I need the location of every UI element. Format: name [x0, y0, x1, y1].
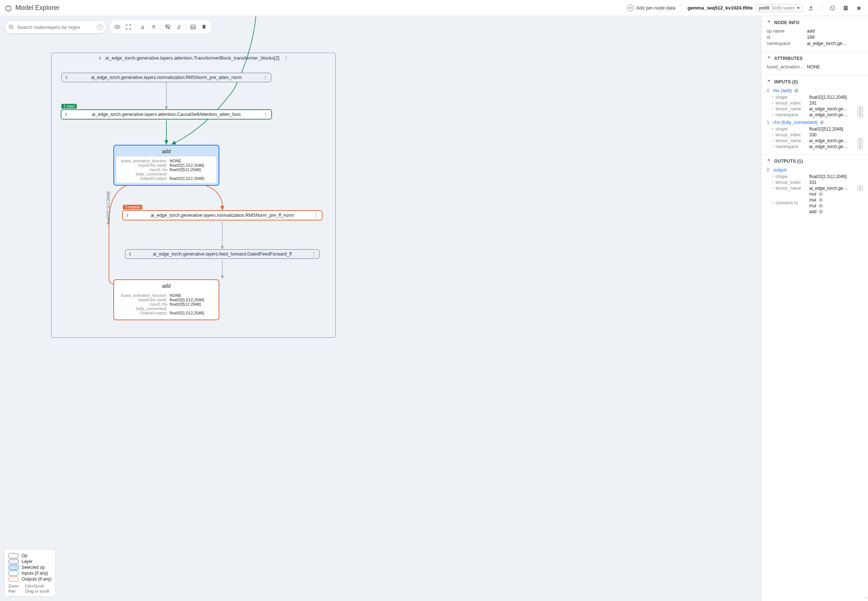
- image-button[interactable]: [188, 21, 198, 32]
- section-attributes[interactable]: ⌃ATTRIBUTES: [767, 56, 863, 61]
- expand-icon[interactable]: ⇕: [65, 75, 68, 80]
- output-link[interactable]: output: [773, 167, 786, 172]
- svg-point-7: [857, 6, 860, 10]
- bookmark-icon: [201, 24, 207, 31]
- locate-icon[interactable]: [820, 120, 824, 125]
- legend-swatch: [8, 553, 19, 558]
- plus-circle-icon: +: [627, 5, 634, 11]
- topbar: Model Explorer + Add per-node data gemma…: [0, 0, 868, 16]
- add-per-node-data-button[interactable]: + Add per-node data: [627, 5, 675, 11]
- sort-icon: ⇵: [177, 24, 181, 30]
- section-inputs[interactable]: ⌃INPUTS (2): [767, 79, 863, 85]
- legend-label: Outputs (if any): [21, 577, 52, 582]
- notes-button[interactable]: [841, 3, 850, 13]
- edge-label: float32[1,512,2048]: [106, 192, 110, 224]
- chevron-up-icon: ⌃: [767, 56, 771, 61]
- collapse-all-icon: ⇈: [152, 24, 156, 30]
- selected-node-add[interactable]: add fused_activation_function:NONEInput0…: [113, 145, 220, 186]
- side-panel: ⌃NODE INFO op nameaddid168namespaceai_ed…: [761, 16, 868, 601]
- graph-canvas[interactable]: ? ⇊ ⇈ ⇵: [0, 16, 761, 601]
- app-title: Model Explorer: [15, 4, 59, 12]
- legend-label: Selected op: [21, 565, 44, 570]
- legend-label: Layer: [21, 559, 32, 564]
- visibility-button[interactable]: [112, 21, 123, 32]
- expand-chip[interactable]: ⇕: [858, 144, 863, 149]
- more-icon[interactable]: ⋮: [284, 55, 288, 61]
- locate-icon[interactable]: [819, 198, 823, 202]
- legend-label: Op: [21, 553, 27, 558]
- more-icon[interactable]: ⋮: [314, 212, 319, 218]
- scroll-indicator: ›: [866, 595, 867, 600]
- palette-button[interactable]: [828, 3, 837, 13]
- output-badge: 3 outputs: [123, 205, 142, 209]
- locate-icon[interactable]: [819, 192, 823, 196]
- chevron-up-icon: ⌃: [767, 20, 771, 26]
- graph-selector-value: prefill: [759, 6, 770, 11]
- node-causal-self-attention[interactable]: ⇕ ai_edge_torch.generative.layers.attent…: [61, 109, 272, 119]
- expand-icon[interactable]: ⇕: [64, 112, 68, 117]
- locate-icon[interactable]: [794, 88, 799, 93]
- expand-chip[interactable]: ⇕: [858, 107, 863, 111]
- expand-chip[interactable]: ⇕: [858, 186, 863, 191]
- chevron-up-icon: ⌃: [767, 158, 771, 164]
- svg-point-9: [117, 26, 118, 28]
- section-node-info[interactable]: ⌃NODE INFO: [767, 20, 863, 26]
- more-icon[interactable]: ⋮: [311, 251, 316, 257]
- svg-rect-5: [845, 7, 847, 7]
- bookmark-button[interactable]: [198, 21, 209, 32]
- output-node-add[interactable]: add fused_activation_function:NONEInput0…: [113, 279, 220, 320]
- download-icon: [808, 5, 814, 11]
- fit-button[interactable]: [123, 21, 134, 32]
- node-gated-feedforward[interactable]: ⇕ ai_edge_torch.generative.layers.feed_f…: [125, 249, 320, 259]
- collapse-icon[interactable]: ⇕: [98, 56, 102, 60]
- svg-rect-6: [845, 8, 847, 8]
- search-icon: [8, 24, 14, 30]
- search-box[interactable]: ?: [5, 20, 107, 34]
- expand-all-icon: ⇊: [141, 24, 145, 30]
- node-rmsnorm-pre-ff[interactable]: ⇕ ai_edge_torch.generative.layers.normal…: [122, 210, 322, 220]
- expand-chip[interactable]: ⇕: [858, 138, 863, 143]
- locate-icon[interactable]: [819, 209, 823, 214]
- collapse-all-button[interactable]: ⇈: [148, 21, 159, 32]
- download-button[interactable]: [806, 3, 816, 13]
- dropdown-icon: ▼: [797, 6, 800, 10]
- sort-button[interactable]: ⇵: [173, 21, 184, 32]
- legend: OpLayerSelected opInputs (if any)Outputs…: [5, 549, 56, 596]
- logo-icon: [5, 4, 12, 12]
- expand-chip[interactable]: ⇕: [858, 112, 863, 117]
- expand-icon[interactable]: ⇕: [126, 213, 129, 218]
- bug-icon: [856, 5, 862, 11]
- svg-point-8: [9, 25, 12, 28]
- layers-off-icon: [165, 24, 171, 31]
- expand-all-button[interactable]: ⇊: [137, 21, 148, 32]
- more-icon[interactable]: ⋮: [263, 75, 268, 81]
- app-logo: Model Explorer: [5, 4, 59, 12]
- notes-icon: [842, 5, 849, 11]
- palette-icon: [829, 5, 836, 11]
- more-icon[interactable]: ⋮: [263, 111, 268, 117]
- layers-off-button[interactable]: [162, 21, 173, 32]
- expand-icon[interactable]: ⇕: [128, 252, 132, 257]
- svg-point-1: [831, 6, 832, 7]
- block-title: ai_edge_torch.generative.layers.attentio…: [105, 55, 279, 61]
- input-link[interactable]: lhs (add): [773, 88, 792, 93]
- input-badge: 1 input: [61, 104, 77, 108]
- help-icon[interactable]: ?: [97, 24, 103, 30]
- legend-swatch: [8, 570, 19, 576]
- node-rmsnorm-pre-atten[interactable]: ⇕ ai_edge_torch.generative.layers.normal…: [61, 73, 271, 82]
- svg-rect-10: [191, 25, 195, 29]
- bug-button[interactable]: [854, 3, 863, 13]
- svg-point-2: [833, 6, 834, 7]
- eye-icon: [114, 24, 121, 31]
- legend-swatch: [8, 559, 19, 564]
- locate-icon[interactable]: [819, 204, 823, 208]
- graph-selector-nodes: 1039 nodes: [772, 6, 795, 11]
- image-icon: [190, 24, 196, 31]
- chevron-up-icon: ⌃: [767, 79, 771, 85]
- section-outputs[interactable]: ⌃OUTPUTS (1): [767, 158, 863, 164]
- search-input[interactable]: [17, 24, 94, 30]
- graph-selector[interactable]: prefill 1039 nodes ▼: [757, 4, 802, 12]
- input-link[interactable]: rhs (fully_connected): [773, 119, 818, 125]
- legend-swatch: [8, 577, 19, 582]
- toolbar: ⇊ ⇈ ⇵: [110, 20, 212, 34]
